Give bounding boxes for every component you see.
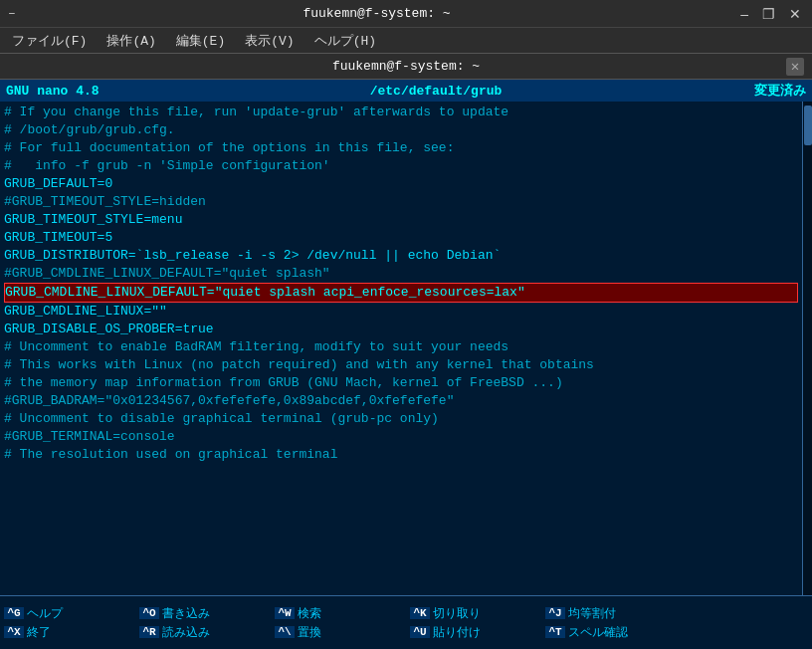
- nano-version: GNU nano 4.8: [6, 84, 145, 99]
- shortcut-label: 切り取り: [433, 605, 481, 622]
- editor[interactable]: # If you change this file, run 'update-g…: [0, 102, 802, 595]
- tabbar: fuukemn@f-system: ~ ✕: [0, 54, 812, 80]
- close-button[interactable]: ✕: [786, 6, 804, 22]
- shortcut-key: ^K: [410, 607, 430, 619]
- shortcut-key: ^J: [545, 607, 565, 619]
- shortcut-label: ヘルプ: [27, 605, 63, 622]
- editor-line: # Uncomment to disable graphical termina…: [4, 410, 798, 428]
- shortcut-column: ^W検索^\置換: [271, 596, 406, 649]
- editor-line: GRUB_DISABLE_OS_PROBER=true: [4, 321, 798, 338]
- nano-modified: 変更済み: [726, 82, 806, 100]
- menu-item[interactable]: 編集(E): [168, 30, 233, 52]
- shortcut-item: ^Gヘルプ: [0, 605, 135, 622]
- shortcuts-bar: ^Gヘルプ^X終了^O書き込み^R読み込み^W検索^\置換^K切り取り^U貼り付…: [0, 595, 812, 649]
- shortcut-key: ^R: [139, 626, 159, 638]
- shortcut-item: ^Tスペル確認: [541, 624, 677, 641]
- editor-line: #GRUB_TIMEOUT_STYLE=hidden: [4, 193, 798, 211]
- scrollbar-thumb[interactable]: [804, 106, 812, 145]
- editor-line: # /boot/grub/grub.cfg.: [4, 121, 798, 139]
- shortcut-column: ^J均等割付^Tスペル確認: [541, 596, 677, 649]
- tab-close-button[interactable]: ✕: [786, 58, 804, 76]
- shortcut-column: ^Gヘルプ^X終了: [0, 596, 135, 649]
- editor-line: #GRUB_CMDLINE_LINUX_DEFAULT="quiet splas…: [4, 265, 798, 283]
- shortcut-item: ^R読み込み: [135, 624, 271, 641]
- editor-line: # Uncomment to enable BadRAM filtering, …: [4, 338, 798, 356]
- menu-item[interactable]: ファイル(F): [4, 30, 95, 52]
- titlebar: – fuukemn@f-system: ~ – ❐ ✕: [0, 0, 812, 28]
- tab-title: fuukemn@f-system: ~: [332, 59, 480, 74]
- shortcut-item: ^X終了: [0, 624, 135, 641]
- shortcut-key: ^G: [4, 607, 24, 619]
- menu-item[interactable]: 操作(A): [99, 30, 163, 52]
- editor-line: GRUB_TIMEOUT=5: [4, 229, 798, 247]
- shortcut-column: [677, 596, 812, 649]
- editor-line: # the memory map information from GRUB (…: [4, 374, 798, 392]
- titlebar-title: fuukemn@f-system: ~: [16, 6, 737, 21]
- editor-line: GRUB_TIMEOUT_STYLE=menu: [4, 211, 798, 229]
- shortcut-item: ^\置換: [271, 624, 406, 641]
- editor-line: GRUB_DEFAULT=0: [4, 175, 798, 193]
- editor-line: # The resolution used on graphical termi…: [4, 446, 798, 464]
- shortcut-key: ^X: [4, 626, 24, 638]
- titlebar-controls: – ❐ ✕: [737, 6, 804, 22]
- editor-line: # For full documentation of the options …: [4, 139, 798, 157]
- shortcut-label: 検索: [298, 605, 321, 622]
- shortcut-label: 終了: [27, 624, 51, 641]
- editor-line: GRUB_CMDLINE_LINUX="": [4, 303, 798, 321]
- minimize-button[interactable]: –: [737, 6, 751, 22]
- shortcut-column: ^O書き込み^R読み込み: [135, 596, 271, 649]
- shortcut-item: ^J均等割付: [541, 605, 677, 622]
- nano-filepath: /etc/default/grub: [145, 84, 726, 99]
- editor-line: #GRUB_TERMINAL=console: [4, 428, 798, 446]
- shortcut-item: ^W検索: [271, 605, 406, 622]
- nano-statusbar: GNU nano 4.8 /etc/default/grub 変更済み: [0, 80, 812, 102]
- editor-line: # info -f grub -n 'Simple configuration': [4, 157, 798, 175]
- maximize-button[interactable]: ❐: [759, 6, 778, 22]
- shortcut-item: ^K切り取り: [406, 605, 541, 622]
- menubar: ファイル(F)操作(A)編集(E)表示(V)ヘルプ(H): [0, 28, 812, 54]
- shortcut-column: ^K切り取り^U貼り付け: [406, 596, 541, 649]
- shortcut-key: ^W: [275, 607, 295, 619]
- shortcut-key: ^T: [545, 626, 565, 638]
- shortcut-item: ^U貼り付け: [406, 624, 541, 641]
- editor-line: GRUB_CMDLINE_LINUX_DEFAULT="quiet splash…: [4, 283, 798, 303]
- shortcut-key: ^O: [139, 607, 159, 619]
- shortcut-key: ^U: [410, 626, 430, 638]
- shortcut-label: 貼り付け: [433, 624, 481, 641]
- menu-item[interactable]: 表示(V): [237, 30, 302, 52]
- shortcut-label: 均等割付: [568, 605, 616, 622]
- shortcut-item: ^O書き込み: [135, 605, 271, 622]
- menu-item[interactable]: ヘルプ(H): [306, 30, 384, 52]
- shortcut-label: 書き込み: [162, 605, 210, 622]
- editor-line: GRUB_DISTRIBUTOR=`lsb_release -i -s 2> /…: [4, 247, 798, 265]
- shortcut-key: ^\: [275, 626, 295, 638]
- shortcut-label: 読み込み: [162, 624, 210, 641]
- shortcut-label: スペル確認: [568, 624, 628, 641]
- editor-line: #GRUB_BADRAM="0x01234567,0xfefefefe,0x89…: [4, 392, 798, 410]
- editor-line: # This works with Linux (no patch requir…: [4, 356, 798, 374]
- titlebar-menu-icon: –: [8, 6, 16, 21]
- editor-line: # If you change this file, run 'update-g…: [4, 104, 798, 121]
- editor-wrapper: # If you change this file, run 'update-g…: [0, 102, 812, 595]
- scrollbar[interactable]: [802, 102, 812, 595]
- shortcut-label: 置換: [298, 624, 321, 641]
